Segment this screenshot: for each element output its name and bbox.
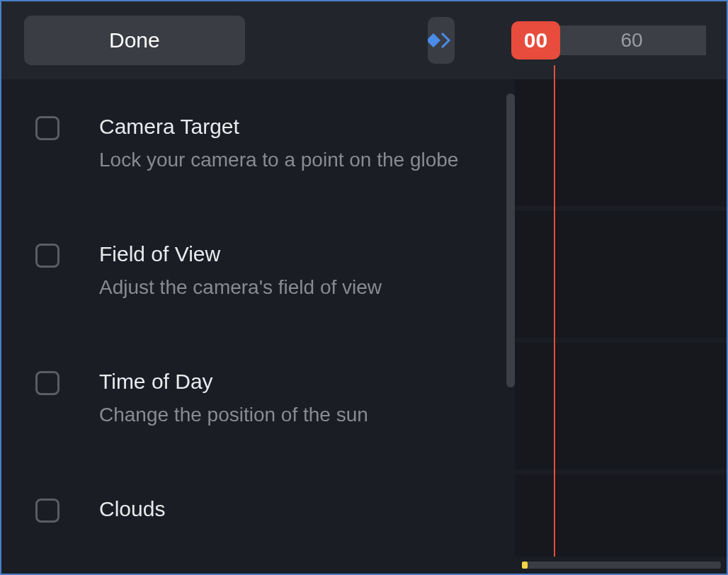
settings-list: Camera Target Lock your camera to a poin…: [1, 79, 515, 557]
ruler-tick-label: 60: [621, 29, 643, 52]
setting-description: Change the position of the sun: [99, 404, 368, 426]
setting-text: Camera Target Lock your camera to a poin…: [99, 115, 458, 171]
setting-text: Time of Day Change the position of the s…: [99, 370, 368, 426]
setting-title: Clouds: [99, 497, 165, 521]
setting-text: Field of View Adjust the camera's field …: [99, 242, 382, 299]
timeline-panel: [515, 79, 727, 557]
setting-item-clouds: Clouds: [35, 497, 487, 531]
setting-description: Lock your camera to a point on the globe: [99, 149, 458, 171]
keyframe-next-icon: [428, 30, 455, 50]
timeline-playhead[interactable]: [554, 65, 555, 557]
bottom-bar: [1, 557, 727, 574]
checkbox-clouds[interactable]: [35, 499, 59, 523]
timeline-header: 00 60: [511, 21, 706, 59]
timeline-track[interactable]: [515, 343, 727, 470]
setting-item-field-of-view: Field of View Adjust the camera's field …: [35, 242, 487, 299]
horizontal-scrollbar[interactable]: [522, 562, 721, 569]
setting-text: Clouds: [99, 497, 165, 531]
timeline-track[interactable]: [515, 211, 727, 338]
setting-title: Time of Day: [99, 370, 368, 394]
checkbox-field-of-view[interactable]: [35, 244, 59, 268]
settings-scrollbar[interactable]: [506, 93, 515, 387]
scrollbar-thumb[interactable]: [522, 562, 528, 569]
setting-item-time-of-day: Time of Day Change the position of the s…: [35, 370, 487, 426]
current-time-badge[interactable]: 00: [511, 21, 560, 59]
checkbox-time-of-day[interactable]: [35, 371, 59, 395]
setting-title: Field of View: [99, 242, 382, 266]
done-button[interactable]: Done: [24, 16, 245, 65]
content-area: Camera Target Lock your camera to a poin…: [1, 79, 727, 557]
setting-description: Adjust the camera's field of view: [99, 276, 382, 299]
time-ruler[interactable]: 60: [557, 25, 706, 55]
keyframe-button[interactable]: [428, 17, 455, 64]
setting-title: Camera Target: [99, 115, 458, 139]
setting-item-camera-target: Camera Target Lock your camera to a poin…: [35, 115, 487, 171]
timeline-track[interactable]: [515, 79, 727, 207]
checkbox-camera-target[interactable]: [35, 116, 59, 140]
header-toolbar: Done 00 60: [1, 1, 727, 79]
